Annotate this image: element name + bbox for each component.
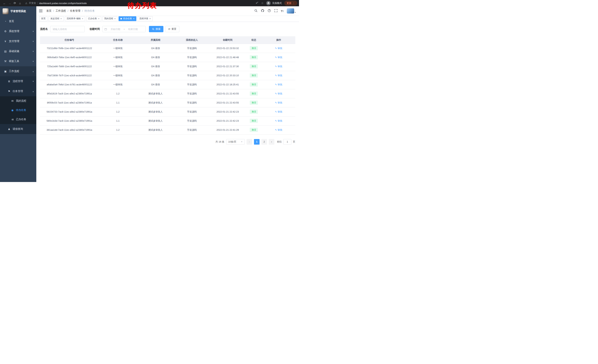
reset-button[interactable]: ⟳ 重置 bbox=[165, 26, 179, 32]
update-button[interactable]: 更新 ⋮ bbox=[284, 1, 297, 6]
page-button-2[interactable]: 2 bbox=[261, 139, 267, 145]
page-button-1[interactable]: 1 bbox=[254, 139, 259, 145]
approve-link[interactable]: ✎审批 bbox=[275, 56, 282, 59]
tab-1[interactable]: 发起流程× bbox=[49, 16, 64, 21]
approve-link[interactable]: ✎审批 bbox=[275, 74, 282, 77]
infra-icon: ▤ bbox=[4, 50, 7, 53]
approve-label: 审批 bbox=[277, 83, 282, 86]
close-tab-icon[interactable]: × bbox=[114, 17, 116, 20]
url-divider bbox=[38, 2, 38, 4]
edit-icon: ✎ bbox=[275, 129, 277, 131]
sidebar-item-payment[interactable]: ¥支付管理▾ bbox=[0, 36, 36, 46]
tab-0[interactable]: 首页 bbox=[39, 16, 47, 21]
done-icon: ⇉ bbox=[11, 118, 14, 121]
fullscreen-icon[interactable] bbox=[274, 9, 278, 12]
user-menu[interactable]: ▾ bbox=[287, 8, 296, 14]
chevron-down-icon: ▾ bbox=[33, 50, 34, 53]
warning-icon: ⚠ bbox=[25, 2, 27, 5]
cell-created: 2022-01-22 18:25:41 bbox=[210, 80, 245, 89]
sidebar-item-home[interactable]: ◔首页 bbox=[0, 16, 36, 26]
tab-2[interactable]: 流程表单-编辑× bbox=[65, 16, 85, 21]
approve-link[interactable]: ✎审批 bbox=[275, 128, 282, 132]
status-badge: 激活 bbox=[250, 110, 258, 114]
close-tab-icon[interactable]: × bbox=[82, 17, 83, 20]
tab-3[interactable]: 已办任务× bbox=[86, 16, 101, 21]
close-tab-icon[interactable]: × bbox=[98, 17, 100, 20]
sidebar-item-task-manage[interactable]: ⚑任务管理▴ bbox=[0, 86, 36, 96]
close-tab-icon[interactable]: × bbox=[149, 17, 151, 20]
incognito-icon bbox=[266, 1, 271, 5]
approve-link[interactable]: ✎审批 bbox=[275, 101, 282, 105]
chevron-down-icon: ▾ bbox=[33, 80, 34, 83]
cell-process: 测试多审批人 bbox=[137, 98, 174, 107]
search-icon[interactable] bbox=[254, 9, 258, 12]
cell-id: 73211d9d-7b9b-11ec-b5b7-acde48001122 bbox=[40, 44, 99, 53]
cell-status: 激活 bbox=[245, 116, 262, 125]
breadcrumb-item[interactable]: 首页 bbox=[46, 9, 51, 13]
status-badge: 激活 bbox=[250, 119, 258, 123]
status-badge: 激活 bbox=[250, 46, 258, 50]
approve-label: 审批 bbox=[277, 119, 282, 122]
logo[interactable]: 芋道管理系统 bbox=[0, 6, 36, 16]
breadcrumb-item[interactable]: 任务管理 bbox=[70, 9, 80, 13]
edit-icon: ✎ bbox=[275, 47, 277, 50]
cell-status: 激活 bbox=[245, 125, 262, 134]
tab-4[interactable]: 我的流程× bbox=[102, 16, 118, 21]
chevron-down-icon: ▾ bbox=[33, 40, 34, 43]
calendar-icon bbox=[104, 28, 107, 31]
sidebar-item-infra[interactable]: ▤基础设施▾ bbox=[0, 46, 36, 56]
approve-link[interactable]: ✎审批 bbox=[275, 119, 282, 122]
date-range-field[interactable]: - bbox=[102, 26, 146, 32]
home-icon[interactable]: ⌂ bbox=[17, 2, 23, 5]
tab-6[interactable]: 流程详情× bbox=[137, 16, 153, 21]
page-size-select[interactable]: 10条/页 ▼ bbox=[226, 139, 245, 145]
sidebar-item-done-task[interactable]: ⇉已办任务 bbox=[0, 115, 36, 124]
filter-form: 流程名 创建时间 - bbox=[40, 26, 295, 32]
cell-created: 2022-01-22 21:48:48 bbox=[210, 53, 245, 62]
table-header-row: 任务编号任务名称所属流程流程发起人创建时间状态操作 bbox=[40, 36, 295, 44]
close-tab-icon[interactable]: × bbox=[133, 17, 134, 20]
sidebar-item-process-manage[interactable]: ≣流程管理▾ bbox=[0, 76, 36, 86]
sidebar-item-devtools[interactable]: ⚒研发工具▾ bbox=[0, 56, 36, 66]
font-size-icon[interactable]: TT bbox=[281, 9, 284, 13]
github-icon[interactable] bbox=[261, 9, 264, 12]
process-name-input[interactable] bbox=[53, 28, 82, 31]
approve-link[interactable]: ✎审批 bbox=[275, 83, 282, 86]
approve-label: 审批 bbox=[277, 92, 282, 95]
approve-link[interactable]: ✎审批 bbox=[275, 65, 282, 68]
approve-label: 审批 bbox=[277, 65, 282, 68]
breadcrumb-item[interactable]: 工作流程 bbox=[56, 9, 66, 13]
process-name-field[interactable] bbox=[50, 26, 85, 32]
cell-name: 一级审批 bbox=[99, 44, 137, 53]
cell-initiator: 芋道源码 bbox=[174, 71, 210, 80]
cell-id: 8f059c03-7ac8-11ec-a9e2-a2380e71991a bbox=[40, 98, 99, 107]
sidebar-item-todo-task[interactable]: ◉待办任务 bbox=[0, 105, 36, 115]
collapse-sidebar-icon[interactable] bbox=[39, 9, 43, 13]
task-table: 任务编号任务名称所属流程流程发起人创建时间状态操作 73211d9d-7b9b-… bbox=[40, 36, 295, 135]
breadcrumb-separator: / bbox=[53, 9, 54, 12]
goto-page-input[interactable] bbox=[283, 139, 291, 145]
sidebar-item-my-process[interactable]: ✉我的流程 bbox=[0, 96, 36, 105]
approve-link[interactable]: ✎审批 bbox=[275, 47, 282, 50]
page-content: 流程名 创建时间 - bbox=[36, 22, 299, 182]
url-bar[interactable]: ⚠ 不安全 dashboard.yudao.iocoder.cn/bpm/tas… bbox=[25, 1, 87, 5]
browser-menu-icon[interactable]: ⋮ bbox=[293, 2, 295, 4]
next-page-button[interactable]: › bbox=[269, 139, 274, 145]
help-icon[interactable] bbox=[267, 9, 271, 12]
forward-icon[interactable]: → bbox=[7, 2, 12, 5]
search-button[interactable]: 搜索 bbox=[149, 26, 163, 32]
tab-5[interactable]: 待办任务× bbox=[119, 16, 136, 21]
end-date-input[interactable] bbox=[126, 28, 140, 31]
bookmark-star-icon[interactable]: ☆ bbox=[261, 1, 264, 5]
reload-icon[interactable]: ⟳ bbox=[12, 1, 17, 5]
approve-link[interactable]: ✎审批 bbox=[275, 110, 282, 113]
start-date-input[interactable] bbox=[108, 28, 123, 31]
sidebar-item-leave-query[interactable]: ♟请假查询 bbox=[0, 124, 36, 134]
sidebar-item-workflow[interactable]: ▣工作流程▴ bbox=[0, 66, 36, 76]
back-icon[interactable]: ← bbox=[2, 2, 7, 5]
sidebar-item-system[interactable]: ⚙系统管理▾ bbox=[0, 26, 36, 36]
approve-link[interactable]: ✎审批 bbox=[275, 92, 282, 95]
prev-page-button[interactable]: ‹ bbox=[247, 139, 252, 145]
close-tab-icon[interactable]: × bbox=[60, 17, 62, 20]
key-icon[interactable] bbox=[256, 1, 259, 5]
